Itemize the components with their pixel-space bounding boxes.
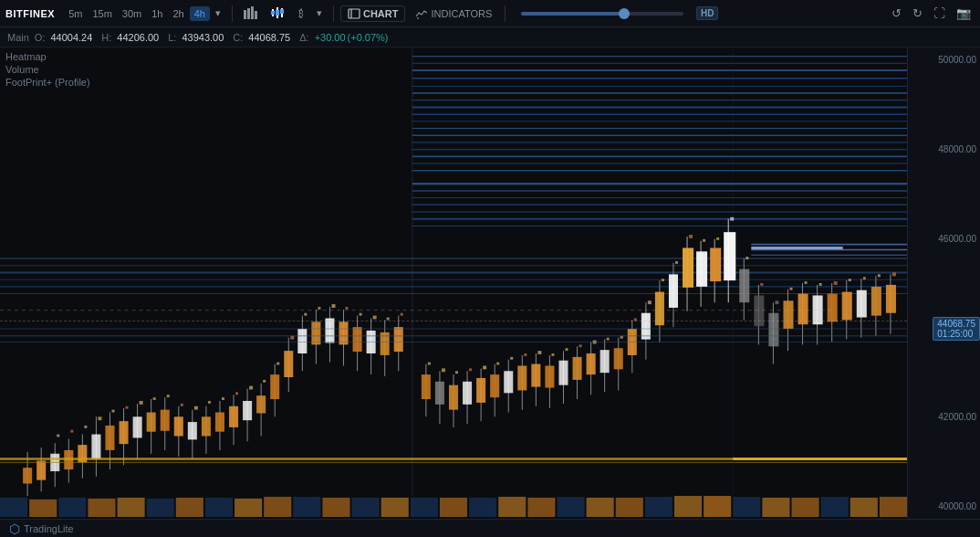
svg-rect-249 (440, 498, 467, 517)
chart-button[interactable]: CHART (340, 5, 406, 22)
svg-rect-200 (483, 365, 486, 369)
svg-rect-83 (270, 374, 279, 399)
close-label: C: (233, 32, 243, 43)
svg-rect-260 (762, 498, 789, 517)
svg-rect-87 (297, 329, 307, 353)
svg-rect-178 (167, 395, 170, 397)
undo-button[interactable]: ↺ (888, 5, 905, 22)
bar-chart-icon-btn[interactable] (239, 5, 263, 23)
svg-rect-253 (557, 497, 584, 517)
svg-rect-13 (0, 47, 907, 519)
svg-rect-67 (161, 410, 170, 431)
svg-rect-247 (381, 498, 409, 517)
svg-rect-176 (140, 401, 143, 405)
svg-rect-147 (724, 232, 735, 280)
svg-rect-180 (194, 406, 198, 410)
screenshot-button[interactable]: 📷 (953, 5, 975, 22)
currency-icon-btn[interactable]: ₿ (294, 6, 308, 21)
svg-rect-255 (616, 498, 643, 517)
svg-rect-185 (263, 380, 266, 383)
volume-label[interactable]: Volume (5, 64, 104, 75)
delta-value: +30.00 (315, 32, 346, 43)
svg-rect-228 (878, 274, 881, 277)
svg-rect-143 (696, 251, 707, 287)
svg-rect-182 (222, 397, 224, 400)
svg-rect-242 (235, 499, 262, 517)
svg-rect-258 (704, 496, 731, 517)
delta-label: Δ: (299, 32, 308, 43)
svg-rect-194 (387, 318, 390, 321)
indicators-label: INDICATORS (431, 8, 492, 19)
separator-1 (232, 5, 233, 22)
svg-rect-111 (476, 378, 485, 403)
svg-rect-121 (545, 365, 554, 387)
fullscreen-button[interactable]: ⛶ (930, 5, 949, 22)
footprint-label[interactable]: FootPrint+ (Profile) (5, 77, 104, 88)
svg-rect-101 (394, 327, 403, 352)
tf-2h[interactable]: 2h (168, 6, 188, 21)
tf-15m[interactable]: 15m (88, 6, 116, 21)
low-value: 43943.00 (182, 32, 224, 43)
tf-30m[interactable]: 30m (118, 6, 146, 21)
svg-rect-193 (373, 316, 377, 320)
tf-1h[interactable]: 1h (147, 6, 167, 21)
svg-rect-235 (29, 500, 57, 517)
svg-rect-199 (469, 368, 472, 371)
svg-rect-189 (318, 307, 320, 310)
redo-button[interactable]: ↻ (909, 5, 926, 22)
svg-rect-183 (235, 392, 238, 395)
svg-rect-145 (710, 247, 721, 281)
separator-2 (333, 5, 334, 22)
svg-rect-113 (490, 374, 499, 397)
svg-rect-181 (208, 401, 211, 404)
brand-name: TradingLite (24, 523, 74, 534)
tf-expand[interactable]: ▾ (211, 5, 225, 21)
svg-rect-205 (551, 353, 554, 356)
svg-rect-220 (760, 283, 763, 286)
svg-rect-246 (352, 498, 380, 517)
svg-rect-188 (304, 313, 307, 316)
more-tools-btn[interactable]: ▾ (312, 5, 327, 21)
brightness-slider[interactable] (512, 12, 693, 16)
svg-rect-217 (716, 237, 719, 240)
svg-rect-107 (449, 385, 458, 410)
candle-chart-icon-btn[interactable] (266, 5, 290, 23)
svg-rect-256 (645, 497, 672, 517)
chart-label-text: CHART (363, 8, 399, 19)
svg-rect-186 (276, 363, 279, 365)
svg-rect-10 (349, 9, 360, 18)
tf-4h[interactable]: 4h (190, 6, 210, 21)
heatmap-label[interactable]: Heatmap (5, 51, 104, 62)
svg-rect-117 (517, 365, 526, 390)
svg-rect-201 (496, 363, 499, 365)
svg-rect-5 (271, 11, 275, 15)
delta-pct: (+0.07%) (348, 32, 389, 43)
svg-rect-7 (276, 10, 279, 16)
svg-rect-9 (280, 9, 284, 14)
low-label: L: (168, 32, 176, 43)
svg-rect-191 (346, 307, 349, 310)
price-40000: 40000.00 (912, 501, 976, 511)
chart-canvas[interactable] (0, 47, 907, 519)
svg-rect-91 (325, 319, 334, 343)
svg-rect-239 (147, 499, 174, 517)
svg-rect-0 (244, 10, 246, 19)
indicators-button[interactable]: INDICATORS (409, 6, 498, 21)
svg-rect-212 (648, 300, 652, 304)
svg-rect-262 (821, 497, 849, 517)
svg-rect-163 (842, 292, 852, 321)
svg-rect-177 (153, 397, 156, 400)
high-value: 44206.00 (117, 32, 159, 43)
svg-rect-175 (126, 406, 129, 409)
svg-rect-169 (886, 285, 896, 313)
current-price-value: 44068.75 (937, 319, 975, 329)
svg-rect-214 (675, 261, 678, 264)
price-50000: 50000.00 (912, 55, 976, 65)
separator-3 (505, 5, 506, 22)
svg-rect-204 (537, 351, 541, 354)
svg-rect-241 (205, 498, 233, 517)
brand-label: BITFINEX (5, 8, 55, 19)
svg-rect-129 (600, 350, 610, 373)
tf-5m[interactable]: 5m (64, 6, 87, 21)
svg-rect-75 (215, 413, 224, 432)
